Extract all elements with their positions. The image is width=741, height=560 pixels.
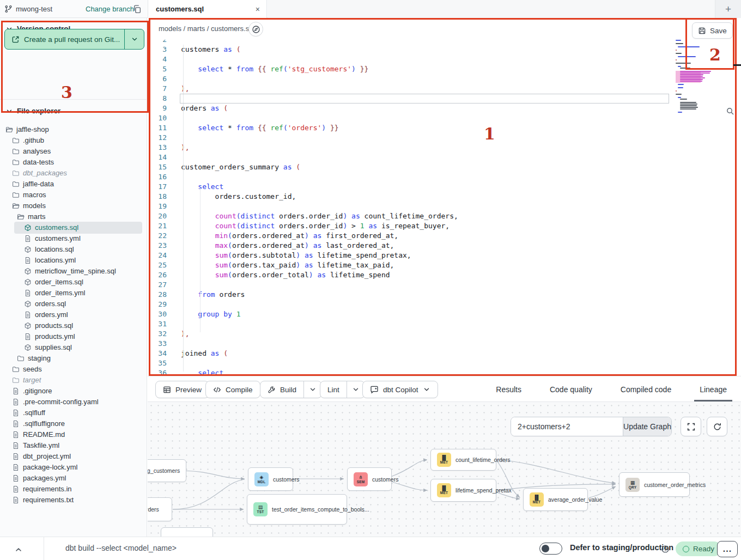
tree-item-jaffle-data[interactable]: jaffle-data — [0, 179, 147, 190]
lineage-node-partial[interactable] — [161, 527, 213, 537]
ready-status-badge[interactable]: Ready — [676, 541, 721, 556]
lineage-node-count-lifetime-orders[interactable]: ▐▌METcount_lifetime_orders — [430, 449, 496, 471]
compile-button[interactable]: Compile — [205, 381, 260, 398]
tree-item-macros[interactable]: macros — [0, 190, 147, 200]
tab-results[interactable]: Results — [482, 376, 536, 402]
tree-item-target[interactable]: target — [0, 375, 147, 386]
tree-item-metricflow-time-spine-sql[interactable]: metricflow_time_spine.sql — [0, 266, 147, 277]
tree-item-orders-sql[interactable]: orders.sql — [0, 299, 147, 309]
code-line-23[interactable]: 23 max(orders.ordered_at) as last_ordere… — [148, 241, 741, 251]
code-line-18[interactable]: 18 orders.customer_id, — [148, 192, 741, 202]
tree-item--sqlfluffignore[interactable]: .sqlfluffignore — [0, 418, 147, 429]
code-line-9[interactable]: 9orders as ( — [148, 104, 741, 113]
tree-item-requirements-in[interactable]: requirements.in — [0, 484, 147, 495]
lint-dropdown[interactable] — [347, 381, 365, 398]
code-line-32[interactable]: 32), — [148, 329, 741, 339]
tree-item--pre-commit-config-yaml[interactable]: .pre-commit-config.yaml — [0, 397, 147, 407]
search-icon[interactable] — [726, 106, 734, 115]
new-tab-button[interactable]: + — [715, 0, 741, 18]
tree-item-readme-md[interactable]: README.md — [0, 429, 147, 440]
tree-item-analyses[interactable]: analyses — [0, 146, 147, 157]
tree-item-data-tests[interactable]: data-tests — [0, 157, 147, 168]
create-pull-request-button[interactable]: Create a pull request on Git... — [4, 29, 144, 50]
defer-toggle[interactable] — [539, 543, 562, 555]
tree-item-seeds[interactable]: seeds — [0, 364, 147, 375]
expand-command-bar-button[interactable] — [14, 544, 23, 554]
lineage-node-customer-order-metrics[interactable]: ▦QRYcustomer_order_metrics — [619, 472, 690, 497]
tree-item-requirements-txt[interactable]: requirements.txt — [0, 495, 147, 506]
tree-item-orders-yml[interactable]: orders.yml — [0, 309, 147, 320]
code-line-6[interactable]: 6 — [148, 74, 741, 84]
preview-button[interactable]: Preview — [155, 381, 209, 398]
lineage-node-orders[interactable]: orders — [148, 497, 172, 521]
build-dropdown[interactable] — [304, 381, 321, 398]
code-line-25[interactable]: 25 sum(orders.tax_paid) as lifetime_tax_… — [148, 260, 741, 270]
code-line-12[interactable]: 12 — [148, 133, 741, 143]
lineage-selector-input[interactable] — [511, 417, 623, 436]
command-input-placeholder[interactable]: dbt build --select <model_name> — [65, 544, 177, 552]
lineage-node-customers[interactable]: ◈MDLcustomers — [248, 467, 293, 491]
tree-item-packages-yml[interactable]: packages.yml — [0, 473, 147, 484]
fullscreen-button[interactable] — [681, 417, 701, 436]
lineage-node-stg-customers[interactable]: stg_customers — [148, 459, 186, 482]
tab-customers-sql[interactable]: customers.sql × — [148, 0, 267, 18]
code-line-13[interactable]: 13), — [148, 143, 741, 153]
code-editor[interactable]: 23customers as (45 select * from {{ ref(… — [148, 40, 741, 376]
help-icon[interactable] — [661, 544, 670, 553]
code-line-3[interactable]: 3customers as ( — [148, 45, 741, 54]
tree-item-dbt-project-yml[interactable]: dbt_project.yml — [0, 451, 147, 462]
change-branch-link[interactable]: Change branch — [86, 0, 134, 18]
code-line-21[interactable]: 21 count(distinct orders.order_id) > 1 a… — [148, 221, 741, 231]
code-line-33[interactable]: 33 — [148, 339, 741, 349]
save-button[interactable]: Save — [692, 22, 733, 39]
code-line-16[interactable]: 16 — [148, 172, 741, 182]
lineage-node-customers[interactable]: ⋔SEMcustomers — [347, 467, 392, 491]
build-button[interactable]: Build — [260, 381, 322, 398]
tree-item-customers-yml[interactable]: customers.yml — [0, 233, 147, 244]
code-line-34[interactable]: 34joined as ( — [148, 349, 741, 358]
tree-item-taskfile-yml[interactable]: Taskfile.yml — [0, 440, 147, 451]
tree-item-jaffle-shop[interactable]: jaffle-shop — [0, 124, 147, 135]
code-line-30[interactable]: 30 group by 1 — [148, 309, 741, 319]
code-line-28[interactable]: 28 from orders — [148, 290, 741, 300]
tree-item-order-items-yml[interactable]: order_items.yml — [0, 288, 147, 299]
tree-item-models[interactable]: models — [0, 200, 147, 211]
code-line-15[interactable]: 15customer_orders_summary as ( — [148, 162, 741, 172]
tree-item--sqlfluff[interactable]: .sqlfluff — [0, 407, 147, 418]
file-explorer-header[interactable]: File explorer — [0, 102, 147, 119]
code-line-2[interactable]: 2 — [148, 40, 741, 45]
tree-item-staging[interactable]: staging — [0, 353, 147, 364]
copilot-compass-button[interactable] — [248, 22, 263, 36]
code-line-26[interactable]: 26 sum(orders.order_total) as lifetime_s… — [148, 270, 741, 280]
tab-lineage[interactable]: Lineage — [685, 376, 741, 402]
code-line-17[interactable]: 17 select — [148, 182, 741, 192]
editor-minimap[interactable] — [671, 40, 726, 113]
panel-resize-handle[interactable] — [733, 64, 741, 66]
tab-code-quality[interactable]: Code quality — [536, 376, 606, 402]
code-line-27[interactable]: 27 — [148, 280, 741, 290]
tree-item-products-sql[interactable]: products.sql — [0, 320, 147, 331]
lineage-node-lifetime-spend-pretax[interactable]: ▐▌METlifetime_spend_pretax — [430, 479, 496, 502]
code-line-20[interactable]: 20 count(distinct orders.order_id) as co… — [148, 211, 741, 221]
tree-item-dbt-packages[interactable]: dbt_packages — [0, 168, 147, 179]
tree-item-locations-yml[interactable]: locations.yml — [0, 255, 147, 266]
code-line-7[interactable]: 7), — [148, 84, 741, 94]
code-line-24[interactable]: 24 sum(orders.subtotal) as lifetime_spen… — [148, 251, 741, 260]
dbt-copilot-button[interactable]: dbt Copilot — [362, 381, 438, 398]
lineage-node-test-order-items-compute-to-bools-[interactable]: ▤TSTtest_order_items_compute_to_bools... — [247, 494, 347, 525]
code-line-36[interactable]: 36 select — [148, 368, 741, 376]
update-graph-button[interactable]: Update Graph — [623, 417, 671, 436]
pr-button-dropdown[interactable] — [124, 29, 144, 49]
tree-item-package-lock-yml[interactable]: package-lock.yml — [0, 462, 147, 473]
code-line-14[interactable]: 14 — [148, 153, 741, 162]
refresh-button[interactable] — [707, 417, 727, 436]
tree-item--gitignore[interactable]: .gitignore — [0, 386, 147, 397]
tree-item-order-items-sql[interactable]: order_items.sql — [0, 277, 147, 288]
tree-item-products-yml[interactable]: products.yml — [0, 331, 147, 342]
tab-close-icon[interactable]: × — [256, 5, 260, 14]
tree-item--github[interactable]: .github — [0, 135, 147, 146]
code-line-10[interactable]: 10 — [148, 113, 741, 123]
code-line-22[interactable]: 22 min(orders.ordered_at) as first_order… — [148, 231, 741, 241]
code-line-29[interactable]: 29 — [148, 300, 741, 309]
code-line-35[interactable]: 35 — [148, 358, 741, 368]
